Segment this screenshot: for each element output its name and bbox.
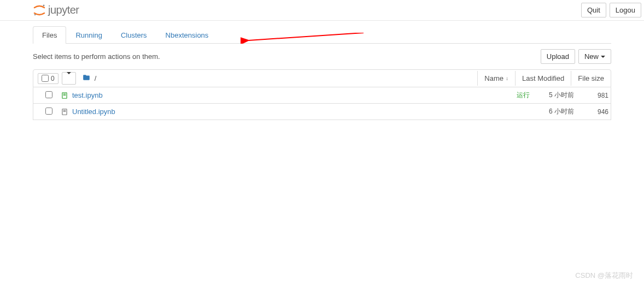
svg-point-0 <box>43 4 45 6</box>
jupyter-icon <box>33 4 46 17</box>
sort-arrow-icon: ↓ <box>506 75 508 81</box>
sort-size[interactable]: File size <box>571 71 611 86</box>
tab-nbextensions[interactable]: Nbextensions <box>156 26 218 44</box>
sort-name[interactable]: Name ↓ <box>477 71 515 86</box>
svg-point-1 <box>34 14 36 15</box>
name-column-label: Name <box>484 74 504 82</box>
breadcrumb: / <box>95 74 97 82</box>
file-link[interactable]: test.ipynb <box>72 91 103 99</box>
file-link[interactable]: Untitled.ipynb <box>72 108 115 116</box>
tab-files[interactable]: Files <box>33 26 66 44</box>
notebook-icon <box>60 108 69 116</box>
folder-icon[interactable] <box>83 74 90 83</box>
jupyter-logo[interactable]: jupyter <box>5 4 79 17</box>
arrow-annotation <box>241 33 366 45</box>
file-size: 981 <box>581 92 611 99</box>
file-size: 946 <box>581 108 611 116</box>
file-list-header: 0 / Name ↓ Last Modified File size <box>33 69 611 87</box>
file-modified: 6 小时前 <box>534 107 581 116</box>
logo-text: jupyter <box>48 4 79 16</box>
select-all-checkbox[interactable] <box>42 75 49 82</box>
chevron-down-icon <box>67 72 71 82</box>
tab-running[interactable]: Running <box>66 26 111 44</box>
file-row: Untitled.ipynb 6 小时前 946 <box>33 104 611 120</box>
file-status: 运行 <box>517 91 530 100</box>
tab-clusters[interactable]: Clusters <box>112 26 156 44</box>
new-button[interactable]: New <box>578 49 611 64</box>
chevron-down-icon <box>601 56 605 58</box>
select-all-group[interactable]: 0 <box>38 73 58 84</box>
sort-modified[interactable]: Last Modified <box>515 71 571 86</box>
row-checkbox[interactable] <box>45 91 52 98</box>
select-dropdown[interactable] <box>62 72 76 85</box>
quit-button[interactable]: Quit <box>581 3 606 17</box>
row-checkbox[interactable] <box>45 108 52 115</box>
upload-button[interactable]: Upload <box>541 49 575 64</box>
svg-line-3 <box>249 33 364 40</box>
file-row: test.ipynb 运行 5 小时前 981 <box>33 87 611 104</box>
select-prompt: Select items to perform actions on them. <box>33 52 160 61</box>
file-modified: 5 小时前 <box>534 91 581 100</box>
notebook-icon <box>60 91 69 100</box>
new-button-label: New <box>584 52 599 61</box>
select-count: 0 <box>51 75 55 82</box>
logout-button[interactable]: Logou <box>610 3 641 17</box>
tabs: Files Running Clusters Nbextensions <box>33 26 611 44</box>
